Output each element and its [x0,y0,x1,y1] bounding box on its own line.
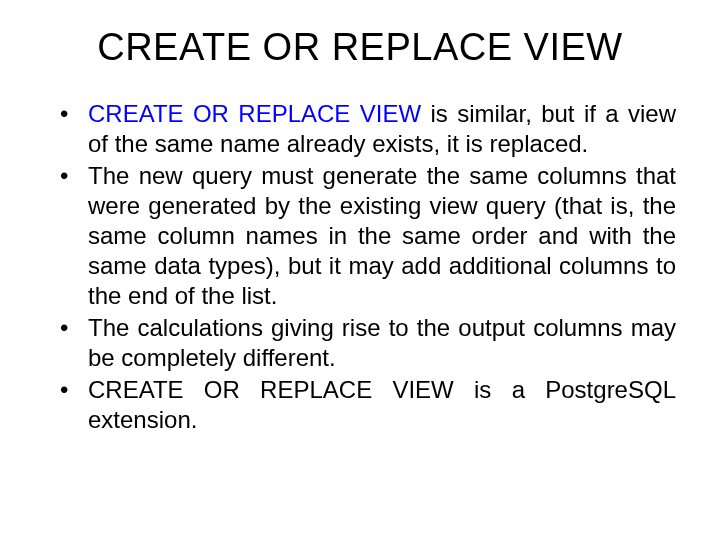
list-item: CREATE OR REPLACE VIEW is a PostgreSQL e… [60,375,676,435]
keyword-text: CREATE OR REPLACE VIEW [88,100,421,127]
list-item: The calculations giving rise to the outp… [60,313,676,373]
slide-title: CREATE OR REPLACE VIEW [44,26,676,69]
bullet-text: The new query must generate the same col… [88,162,676,309]
list-item: The new query must generate the same col… [60,161,676,311]
bullet-text: CREATE OR REPLACE VIEW is a PostgreSQL e… [88,376,676,433]
bullet-list: CREATE OR REPLACE VIEW is similar, but i… [44,99,676,435]
list-item: CREATE OR REPLACE VIEW is similar, but i… [60,99,676,159]
slide: CREATE OR REPLACE VIEW CREATE OR REPLACE… [0,0,720,540]
bullet-text: The calculations giving rise to the outp… [88,314,676,371]
